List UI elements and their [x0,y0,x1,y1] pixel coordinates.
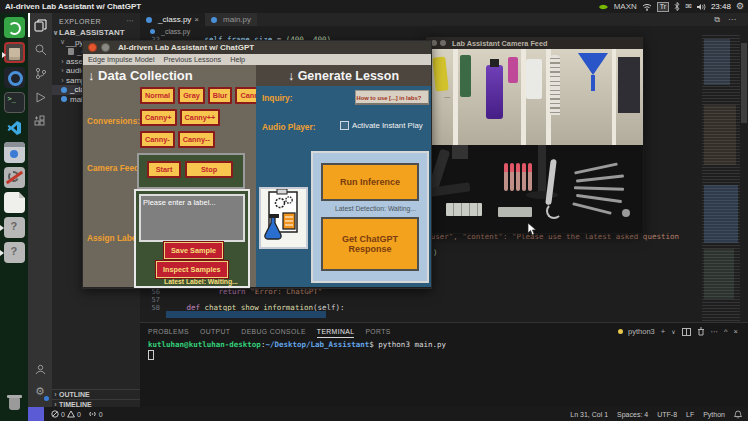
maximize-panel-icon[interactable]: ^ [724,327,728,336]
latest-detection-status: Latest Detection: Waiting... [335,205,416,212]
dock-file-manager-icon[interactable] [4,42,25,63]
python-file-icon [61,96,67,102]
manage-gear-icon[interactable]: ⚙ [28,379,52,403]
account-icon[interactable] [28,357,52,381]
minimap-block [704,105,736,165]
minimap[interactable] [702,35,740,322]
dock-unknown-app-1-icon[interactable]: ? [4,217,25,238]
problems-summary[interactable]: 0 0 [51,410,81,418]
inspect-samples-button[interactable]: Inspect Samples [156,261,228,278]
tab-terminal[interactable]: TERMINAL [317,328,355,338]
shell-selector[interactable]: python3 [618,327,655,336]
dock-terminal-icon[interactable]: >_ [4,92,25,113]
start-button[interactable]: Start [147,161,181,178]
conversion-blur-button[interactable]: Blur [208,87,233,104]
encoding[interactable]: UTF-8 [657,411,677,418]
close-icon[interactable]: × [194,15,199,24]
menu-previous-lessons[interactable]: Previous Lessons [164,55,222,64]
close-panel-icon[interactable]: × [734,327,738,336]
eol-type[interactable]: LF [686,411,694,418]
drawer-glyph [9,48,20,57]
language-mode[interactable]: Python [703,411,725,418]
inquiry-dropdown[interactable]: How to use [...] in labs? — [355,90,429,105]
clock[interactable]: 23:48 [711,2,731,11]
dock-system-settings-icon[interactable] [4,167,25,188]
camera-window-titlebar[interactable]: Lab Assistant Camera Feed [426,37,643,49]
editor-scrollbar[interactable] [740,35,748,322]
save-sample-button[interactable]: Save Sample [164,242,223,259]
close-button[interactable] [88,43,97,52]
app-titlebar[interactable]: AI-driven Lab Assistant w/ ChatGPT [83,41,431,54]
tab-main-py[interactable]: main.py [205,13,257,26]
get-chatgpt-response-button[interactable]: Get ChatGPT Response [321,217,419,271]
dock-browser-icon[interactable] [4,67,25,88]
mail-icon[interactable]: ✉ [685,2,692,11]
minimize-button[interactable] [101,43,110,52]
session-gear-icon[interactable]: ⚙ [736,2,744,11]
dock-software-store-icon[interactable] [4,142,25,163]
broadcast-status[interactable]: 0 [88,410,103,418]
indentation[interactable]: Spaces: 4 [617,411,648,418]
conversion-canny-plus-button[interactable]: Canny+ [140,109,177,126]
bluetooth-icon[interactable] [674,2,680,11]
conversion-canny-minus-minus-button[interactable]: Canny-- [178,131,215,148]
kill-terminal-icon[interactable] [697,327,705,336]
run-debug-icon[interactable] [28,85,52,109]
page-fold-glyph [19,192,25,198]
explorer-more-icon[interactable]: ⋯ [127,17,135,25]
tab-ports[interactable]: PORTS [365,328,390,338]
dock-document-icon[interactable] [4,192,25,213]
browser-ring-glyph [8,71,23,86]
terminal-dropdown-icon[interactable]: ∨ [671,328,675,335]
python-shell-icon [618,329,623,334]
conversion-canny-minus-button[interactable]: Canny- [140,131,175,148]
wifi-icon[interactable] [642,3,652,11]
chevron-right-icon: › [59,77,66,84]
conversion-gray-button[interactable]: Gray [178,87,205,104]
python-file-icon [61,87,67,93]
menu-help[interactable]: Help [230,55,245,64]
conversion-canny-plus-plus-button[interactable]: Canny++ [180,109,221,126]
editor-more-icon[interactable]: ⋯ [728,15,736,24]
tree-root-lab-assistant[interactable]: ∨ LAB_ASSISTANT [52,28,140,38]
dock-unknown-app-2-icon[interactable]: ? [4,242,25,263]
label-textarea[interactable]: Please enter a label... [139,194,245,242]
run-inference-button[interactable]: Run Inference [321,163,419,201]
tab-output[interactable]: OUTPUT [200,328,230,338]
tab-class-py[interactable]: _class.py × [140,13,205,26]
warnings-triangle-icon [67,410,75,418]
split-terminal-icon[interactable] [682,328,691,336]
notifications-bell-icon[interactable] [734,410,742,419]
source-control-icon[interactable] [28,61,52,85]
volume-icon[interactable] [697,3,706,11]
remote-indicator[interactable] [28,407,44,421]
cam-test-tube [516,163,520,191]
cursor-position[interactable]: Ln 31, Col 1 [570,411,608,418]
search-icon[interactable] [28,37,52,61]
minimap-block [704,39,730,85]
tab-problems[interactable]: PROBLEMS [148,328,189,338]
app-window: AI-driven Lab Assistant w/ ChatGPT Edge … [82,40,432,289]
bottom-panel: PROBLEMS OUTPUT DEBUG CONSOLE TERMINAL P… [140,322,748,408]
instant-play-checkbox[interactable]: Activate Instant Play [340,121,423,130]
panel-more-icon[interactable]: ⋯ [711,327,719,336]
split-editor-icon[interactable]: ⧉ [714,15,720,25]
extensions-icon[interactable] [28,109,52,133]
conversion-normal-button[interactable]: Normal [140,87,175,104]
minimap-block [704,249,734,299]
dock-trash-icon[interactable] [4,392,25,413]
scrollbar-thumb[interactable] [741,43,747,123]
terminal-prompt-line[interactable]: kutluhan@kutluhan-desktop:~/Desktop/Lab_… [148,340,446,349]
menu-edge-impulse-model[interactable]: Edge Impulse Model [88,55,155,64]
cam-frame-post [453,49,458,145]
stop-button[interactable]: Stop [185,161,233,178]
tab-debug-console[interactable]: DEBUG CONSOLE [241,328,306,338]
keyboard-layout-indicator[interactable]: Tr [657,2,669,12]
outline-section[interactable]: › OUTLINE [52,389,140,400]
dock-update-manager-icon[interactable] [4,17,25,38]
window-button[interactable] [440,40,446,46]
new-terminal-button[interactable]: + [661,327,665,336]
explorer-icon[interactable] [28,13,52,37]
errors-circle-slash-icon [51,410,59,418]
dock-vscode-icon[interactable] [4,117,25,138]
